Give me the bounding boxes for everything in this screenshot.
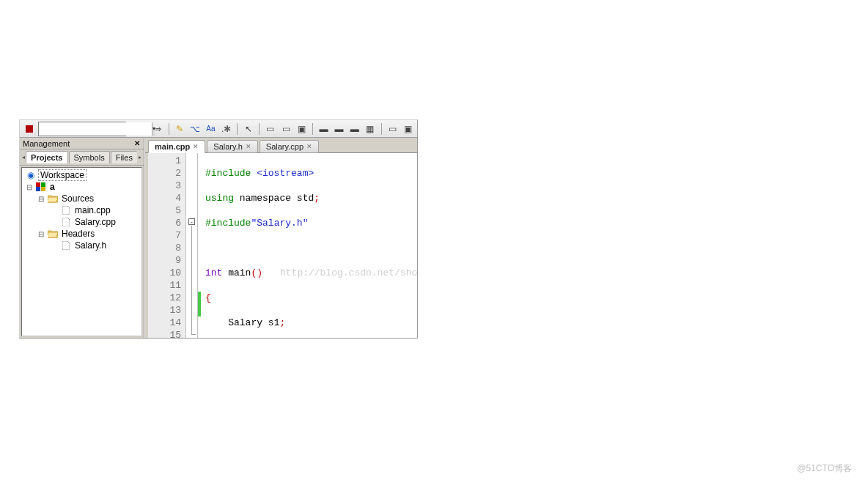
file-tab-main[interactable]: main.cpp ✕ <box>148 140 205 153</box>
svg-rect-2 <box>41 182 45 187</box>
file-icon <box>60 240 72 251</box>
folder-open-icon <box>47 229 59 239</box>
file-tab-label: Salary.cpp <box>266 142 304 151</box>
tab-projects[interactable]: Projects <box>26 151 67 163</box>
separator <box>381 123 382 135</box>
expand-icon[interactable]: ⊟ <box>37 230 45 238</box>
close-icon[interactable]: ✕ <box>193 143 199 150</box>
tab-scroll-right-icon[interactable]: ▸ <box>138 151 142 164</box>
code-content[interactable]: #include <iostream> using namespace std;… <box>202 153 417 338</box>
workspace-label: Workspace <box>38 169 87 181</box>
tree-headers[interactable]: ⊟ Headers <box>22 228 141 240</box>
file-tab-label: Salary.h <box>213 142 243 151</box>
sources-label: Sources <box>60 193 95 204</box>
fold-box-icon[interactable]: - <box>188 218 195 225</box>
svg-rect-3 <box>36 187 40 191</box>
project-tree[interactable]: ◉ Workspace ⊟ a ⊟ Sources main. <box>21 167 142 336</box>
editor-area: main.cpp ✕ Salary.h ✕ Salary.cpp ✕ 123 4… <box>144 138 417 338</box>
search-combo[interactable]: ▾ <box>38 122 126 136</box>
tree-project[interactable]: ⊟ a <box>22 181 141 193</box>
separator <box>312 123 313 135</box>
layout2-icon[interactable]: ▬ <box>333 122 345 136</box>
project-label: a <box>48 182 56 192</box>
file-tabs: main.cpp ✕ Salary.h ✕ Salary.cpp ✕ <box>145 138 417 153</box>
close-icon[interactable]: ✕ <box>306 143 312 150</box>
change-marker-gutter <box>198 153 202 338</box>
search-input[interactable] <box>39 122 152 136</box>
separator <box>237 123 238 135</box>
code-editor[interactable]: 123 456 789 101112 131415 - #include <io… <box>145 153 417 338</box>
expand-icon[interactable]: ⊟ <box>25 183 34 191</box>
stop-icon[interactable] <box>23 122 35 136</box>
management-tabs: ◂ Projects Symbols Files ▸ <box>20 149 144 166</box>
tab-symbols[interactable]: Symbols <box>69 151 110 163</box>
highlighter-icon[interactable]: ✎ <box>173 122 185 136</box>
layout3-icon[interactable]: ▬ <box>348 122 361 136</box>
file-salary-h-label: Salary.h <box>73 240 108 251</box>
file-icon <box>60 205 72 215</box>
format-icon[interactable]: ⌥ <box>189 122 202 136</box>
layout4-icon[interactable]: ▦ <box>364 122 376 136</box>
cursor-icon[interactable]: ↖ <box>242 122 254 136</box>
management-title: Management <box>23 139 70 148</box>
file-tab-salary-cpp[interactable]: Salary.cpp ✕ <box>260 140 319 153</box>
management-panel: Management ✕ ◂ Projects Symbols Files ▸ … <box>20 138 144 338</box>
close-icon[interactable]: ✕ <box>132 138 142 149</box>
window2-icon[interactable]: ▭ <box>280 122 293 136</box>
svg-rect-4 <box>41 187 45 191</box>
project-icon <box>35 182 47 192</box>
close-icon[interactable]: ✕ <box>246 143 251 150</box>
tree-workspace[interactable]: ◉ Workspace <box>22 169 141 181</box>
match-case-icon[interactable]: Aa <box>205 122 217 136</box>
fold-gutter: - <box>186 153 198 338</box>
svg-rect-0 <box>26 125 33 133</box>
window-set2-icon[interactable]: ▣ <box>402 122 414 136</box>
file-tab-salary-h[interactable]: Salary.h ✕ <box>207 140 258 153</box>
regex-icon[interactable]: .✱ <box>220 122 232 136</box>
line-number-gutter: 123 456 789 101112 131415 <box>148 153 186 338</box>
ide-window: ▾ ⇐ ⇒ ✎ ⌥ Aa .✱ ↖ ▭ ▭ ▣ ▬ ▬ ▬ ▦ ▭ ▣ Mana… <box>19 119 418 339</box>
folder-open-icon <box>47 193 59 204</box>
separator <box>259 123 260 135</box>
tab-files[interactable]: Files <box>111 151 137 163</box>
separator <box>169 123 169 135</box>
tree-sources[interactable]: ⊟ Sources <box>22 193 141 204</box>
svg-rect-1 <box>36 182 40 187</box>
file-main-label: main.cpp <box>73 205 112 215</box>
headers-label: Headers <box>60 229 96 239</box>
window3-icon[interactable]: ▣ <box>295 122 308 136</box>
tree-file-main[interactable]: main.cpp <box>22 204 141 216</box>
workspace-icon: ◉ <box>25 170 37 180</box>
tree-file-salary-cpp[interactable]: Salary.cpp <box>22 216 141 228</box>
chevron-down-icon[interactable]: ▾ <box>152 122 155 136</box>
file-salary-cpp-label: Salary.cpp <box>73 217 117 227</box>
layout1-icon[interactable]: ▬ <box>317 122 330 136</box>
page-credit: @51CTO博客 <box>797 462 852 475</box>
window-set-icon[interactable]: ▭ <box>386 122 399 136</box>
file-icon <box>60 217 72 227</box>
main-toolbar: ▾ ⇐ ⇒ ✎ ⌥ Aa .✱ ↖ ▭ ▭ ▣ ▬ ▬ ▬ ▦ ▭ ▣ <box>20 120 417 138</box>
management-title-bar: Management ✕ <box>20 138 144 149</box>
expand-icon[interactable]: ⊟ <box>37 195 45 203</box>
window-icon[interactable]: ▭ <box>264 122 276 136</box>
tree-file-salary-h[interactable]: Salary.h <box>22 240 141 251</box>
file-tab-label: main.cpp <box>155 142 190 151</box>
